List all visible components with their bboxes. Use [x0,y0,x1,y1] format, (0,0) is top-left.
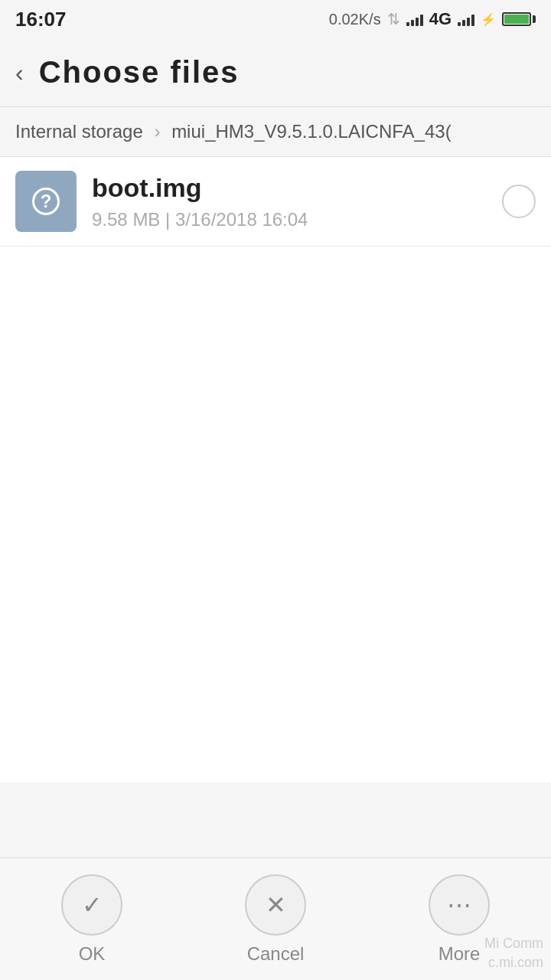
network-type: 4G [429,9,452,29]
network-speed: 0.02K/s [329,11,381,28]
more-label: More [439,943,481,965]
breadcrumb-sep: › [154,121,160,142]
transfer-icon: ⇅ [387,10,400,28]
battery-icon [502,12,536,26]
breadcrumb: Internal storage › miui_HM3_V9.5.1.0.LAI… [0,107,551,157]
more-button[interactable]: ⋯ More [429,874,490,965]
breadcrumb-root[interactable]: Internal storage [15,121,143,142]
watermark-line2: c.mi.com [484,953,543,972]
cancel-circle[interactable]: ✕ [245,874,306,936]
signal-bars-2 [458,12,474,26]
ok-button[interactable]: ✓ OK [61,874,122,965]
back-button[interactable]: ‹ [15,60,24,85]
file-icon: ? [15,171,77,232]
cancel-button[interactable]: ✕ Cancel [245,874,306,965]
file-date: 3/16/2018 16:04 [175,209,308,230]
watermark-line1: Mi Comm [484,934,543,953]
table-row[interactable]: ? boot.img 9.58 MB | 3/16/2018 16:04 [0,157,551,247]
signal-bars-1 [406,12,423,26]
breadcrumb-folder[interactable]: miui_HM3_V9.5.1.0.LAICNFA_43( [171,121,452,142]
file-meta: 9.58 MB | 3/16/2018 16:04 [92,209,487,230]
question-mark-icon: ? [32,188,60,215]
page-title: Choose files [39,55,240,90]
status-bar: 16:07 0.02K/s ⇅ 4G ⚡ [0,0,551,38]
more-circle[interactable]: ⋯ [429,874,490,936]
ok-circle[interactable]: ✓ [61,874,122,936]
watermark: Mi Comm c.mi.com [484,934,543,972]
lightning-icon: ⚡ [481,12,496,27]
cancel-label: Cancel [247,943,305,965]
bottom-bar: ✓ OK ✕ Cancel ⋯ More [0,858,551,980]
content-area [0,247,551,782]
header: ‹ Choose files [0,38,551,107]
file-name: boot.img [92,173,487,203]
file-select-radio[interactable] [502,185,536,218]
file-list: ? boot.img 9.58 MB | 3/16/2018 16:04 [0,157,551,247]
file-meta-sep: | [165,209,175,230]
file-size: 9.58 MB [92,209,160,230]
file-info: boot.img 9.58 MB | 3/16/2018 16:04 [92,173,487,230]
ok-label: OK [79,943,106,965]
status-icons: 0.02K/s ⇅ 4G ⚡ [329,9,536,29]
status-time: 16:07 [15,8,67,31]
